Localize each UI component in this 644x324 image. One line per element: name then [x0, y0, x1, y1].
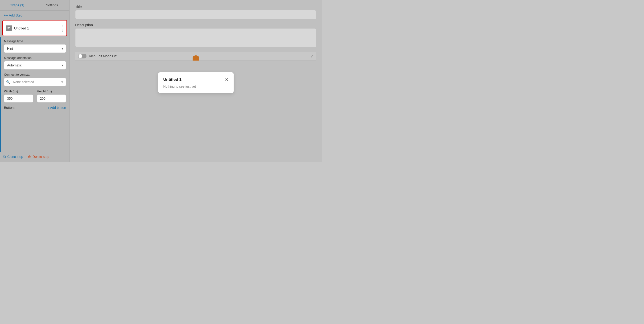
description-label: Description: [75, 23, 316, 27]
height-input[interactable]: [37, 94, 66, 102]
tooltip-title: Untitled 1: [163, 77, 182, 82]
title-label: Title: [75, 5, 316, 9]
message-orientation-label: Message orientation: [4, 56, 66, 60]
width-input[interactable]: [4, 94, 33, 102]
tooltip-header: Untitled 1 ✕: [163, 77, 228, 82]
tab-steps[interactable]: Steps (1): [0, 0, 35, 10]
right-panel: Title Description Rich Edit Mode Off ⤢ U…: [70, 0, 322, 162]
message-orientation-select-wrapper: Automatic Top Bottom Left Right: [4, 61, 66, 70]
clone-icon: ⧉: [3, 154, 6, 159]
svg-rect-1: [8, 27, 10, 28]
left-panel: Steps (1) Settings + + Add Step: [0, 0, 70, 162]
rich-edit-toggle[interactable]: [78, 54, 86, 58]
rich-edit-left: Rich Edit Mode Off: [78, 54, 116, 58]
message-orientation-select[interactable]: Automatic Top Bottom Left Right: [4, 61, 66, 70]
clone-step-button[interactable]: ⧉ Clone step: [3, 154, 23, 159]
tooltip-body: Nothing to see just yet: [163, 84, 228, 88]
tabs-header: Steps (1) Settings: [0, 0, 69, 10]
step-arrows: ↑ ↓: [62, 24, 64, 32]
description-group: Description: [75, 23, 316, 48]
tooltip-pointer: [192, 55, 199, 60]
connect-context-group: Connect to context 🔍 None selected: [4, 73, 66, 86]
delete-step-button[interactable]: 🗑 Delete step: [28, 154, 49, 159]
message-type-select-wrapper: Hint Tooltip Modal Banner: [4, 44, 66, 53]
message-orientation-group: Message orientation Automatic Top Bottom…: [4, 56, 66, 70]
tooltip-close-button[interactable]: ✕: [225, 77, 228, 82]
message-type-select[interactable]: Hint Tooltip Modal Banner: [4, 44, 66, 53]
step-name: Untitled 1: [14, 26, 29, 30]
step-type-icon: [6, 26, 12, 31]
message-type-group: Message type Hint Tooltip Modal Banner: [4, 39, 66, 53]
svg-rect-3: [8, 28, 9, 29]
form-section: Message type Hint Tooltip Modal Banner M…: [0, 37, 69, 152]
tooltip-bubble: Untitled 1 ✕ Nothing to see just yet: [158, 72, 234, 93]
add-step-button[interactable]: + + Add Step: [0, 10, 69, 20]
buttons-row: Buttons + + Add button: [4, 106, 66, 110]
height-label: Height (px): [37, 90, 66, 93]
dimensions-row: Width (px) Height (px): [4, 90, 66, 102]
step-item-left: Untitled 1: [6, 26, 29, 31]
plus-icon: +: [4, 14, 6, 17]
buttons-label: Buttons: [4, 106, 15, 110]
message-type-label: Message type: [4, 39, 66, 43]
bottom-actions: ⧉ Clone step 🗑 Delete step: [0, 152, 69, 162]
plus-icon-2: +: [45, 106, 47, 110]
context-select[interactable]: None selected: [12, 78, 66, 86]
expand-icon[interactable]: ⤢: [310, 54, 314, 58]
svg-rect-2: [8, 28, 10, 28]
rich-edit-label: Rich Edit Mode Off: [89, 54, 116, 58]
title-input[interactable]: [75, 10, 316, 19]
height-group: Height (px): [37, 90, 66, 102]
description-textarea[interactable]: [75, 28, 316, 47]
step-item[interactable]: Untitled 1 ↑ ↓: [2, 20, 67, 36]
width-group: Width (px): [4, 90, 33, 102]
width-label: Width (px): [4, 90, 33, 93]
trash-icon: 🗑: [28, 155, 31, 158]
preview-area: Untitled 1 ✕ Nothing to see just yet: [75, 60, 316, 158]
context-select-wrapper: 🔍 None selected: [4, 78, 66, 86]
move-down-button[interactable]: ↓: [62, 28, 64, 32]
add-button-button[interactable]: + + Add button: [45, 106, 66, 110]
main-layout: Steps (1) Settings + + Add Step: [0, 0, 322, 162]
connect-context-label: Connect to context: [4, 73, 66, 76]
hint-icon: [7, 26, 11, 30]
move-up-button[interactable]: ↑: [62, 24, 64, 28]
search-icon: 🔍: [4, 80, 12, 84]
tab-settings[interactable]: Settings: [35, 0, 69, 10]
title-group: Title: [75, 5, 316, 19]
